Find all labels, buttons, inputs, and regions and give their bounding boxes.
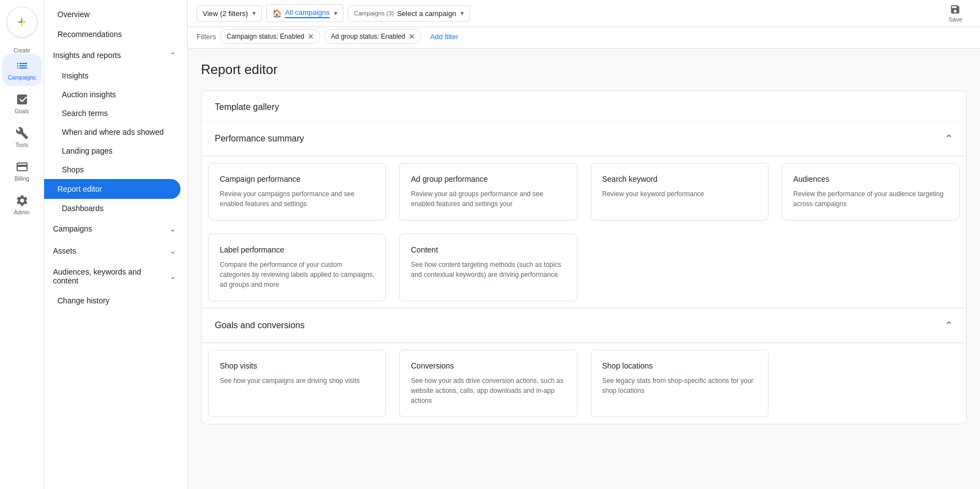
template-title-adgroup-performance: Ad group performance [411, 175, 565, 183]
sidebar-item-overview[interactable]: Overview [44, 4, 181, 24]
template-card-adgroup-performance[interactable]: Ad group performance Review your ad grou… [399, 163, 577, 220]
performance-template-grid: Campaign performance Review your campaig… [202, 156, 966, 227]
plus-icon: + [17, 13, 26, 31]
select-campaign-text: Select a campaign [397, 9, 456, 18]
template-desc-conversions: See how your ads drive conversion action… [411, 376, 565, 406]
sidebar-item-search-terms[interactable]: Search terms [44, 104, 187, 123]
empty-slot-3 [782, 350, 960, 417]
filter-chip-adgroup-status[interactable]: Ad group status: Enabled ✕ [325, 29, 421, 44]
create-button[interactable]: + [7, 7, 38, 38]
admin-icon [15, 194, 29, 207]
nav-item-goals[interactable]: Goals [2, 87, 42, 120]
sidebar-item-insights[interactable]: Insights [44, 66, 187, 85]
template-title-label-performance: Label performance [220, 245, 374, 254]
campaigns-icon [15, 59, 29, 72]
chevron-down-icon: ⌄ [167, 223, 178, 234]
template-card-audiences[interactable]: Audiences Review the performance of your… [782, 163, 960, 220]
chip-close-icon-2[interactable]: ✕ [409, 32, 415, 41]
select-caret-icon: ▾ [460, 9, 464, 17]
template-card-shop-visits[interactable]: Shop visits See how your campaigns are d… [208, 350, 386, 417]
sidebar-section-audiences[interactable]: Audiences, keywords and content ⌄ [44, 262, 187, 291]
goals-template-grid: Shop visits See how your campaigns are d… [202, 343, 966, 424]
caret-down-icon: ▾ [252, 9, 256, 17]
topbar: View (2 filters) ▾ 🏠 All campaigns ▾ Cam… [188, 0, 980, 27]
billing-icon [15, 160, 29, 173]
template-title-shop-visits: Shop visits [220, 361, 374, 370]
sidebar-section-assets[interactable]: Assets ⌄ [44, 240, 187, 262]
template-desc-adgroup-performance: Review your ad groups performance and se… [411, 189, 565, 209]
template-card-label-performance[interactable]: Label performance Compare the performanc… [208, 234, 386, 301]
template-card-content[interactable]: Content See how content targeting method… [399, 234, 577, 301]
goals-conversions-header[interactable]: Goals and conversions ⌃ [202, 308, 966, 343]
home-icon: 🏠 [272, 9, 282, 18]
campaigns-dropdown[interactable]: 🏠 All campaigns ▾ [266, 4, 343, 22]
topbar-wrapper: View (2 filters) ▾ 🏠 All campaigns ▾ Cam… [197, 4, 971, 22]
main-content: View (2 filters) ▾ 🏠 All campaigns ▾ Cam… [188, 0, 980, 489]
save-label: Save [949, 16, 962, 23]
add-filter-button[interactable]: Add filter [426, 30, 463, 43]
sidebar: Overview Recommendations Insights and re… [44, 0, 188, 489]
save-icon [950, 4, 961, 15]
collapse-icon-2: ⌃ [945, 319, 953, 332]
create-label: Create [13, 48, 30, 54]
sidebar-section-campaigns[interactable]: Campaigns ⌄ [44, 218, 187, 240]
sidebar-item-recommendations[interactable]: Recommendations [44, 24, 181, 44]
select-campaign-dropdown[interactable]: Campaigns (3) Select a campaign ▾ [348, 6, 470, 22]
view-filters-label: View (2 filters) [203, 9, 248, 18]
sidebar-item-dashboards[interactable]: Dashboards [44, 199, 187, 218]
icon-navigation: + Create Campaigns Goals Tools Billing A… [0, 0, 44, 489]
performance-summary-header[interactable]: Performance summary ⌃ [202, 122, 966, 156]
view-filters-dropdown[interactable]: View (2 filters) ▾ [197, 6, 262, 22]
chip-close-icon[interactable]: ✕ [308, 32, 314, 41]
template-gallery-card: Template gallery Performance summary ⌃ C… [201, 91, 967, 424]
nav-label-billing: Billing [14, 176, 29, 182]
template-title-content: Content [411, 245, 565, 254]
sidebar-item-landing-pages[interactable]: Landing pages [44, 141, 187, 160]
collapse-icon: ⌃ [945, 133, 953, 145]
chevron-down-icon-assets: ⌄ [167, 245, 178, 256]
nav-item-campaigns[interactable]: Campaigns [2, 54, 42, 86]
content-area: Report editor Template gallery Performan… [188, 49, 980, 489]
chevron-up-icon: ⌃ [167, 50, 178, 61]
nav-label-goals: Goals [14, 108, 29, 114]
all-campaigns-text: All campaigns [285, 8, 330, 18]
sidebar-item-shops[interactable]: Shops [44, 160, 187, 179]
nav-item-admin[interactable]: Admin [2, 188, 42, 221]
filters-label: Filters [197, 33, 216, 41]
campaigns-caret-icon: ▾ [334, 9, 337, 17]
sidebar-section-insights[interactable]: Insights and reports ⌃ [44, 44, 187, 66]
template-title-shop-locations: Shop locations [602, 361, 757, 370]
campaigns-count-text: Campaigns (3) [354, 10, 394, 17]
nav-item-billing[interactable]: Billing [2, 155, 42, 187]
template-title-campaign-performance: Campaign performance [220, 175, 374, 183]
template-desc-audiences: Review the performance of your audience … [793, 189, 948, 209]
nav-label-campaigns: Campaigns [8, 75, 36, 81]
template-desc-content: See how content targeting methods (such … [411, 260, 565, 280]
template-card-search-keyword[interactable]: Search keyword Review your keyword perfo… [591, 163, 769, 220]
template-desc-shop-locations: See legacy stats from shop-specific acti… [602, 376, 757, 396]
goals-icon [15, 93, 29, 106]
nav-label-tools: Tools [15, 142, 28, 148]
template-title-conversions: Conversions [411, 361, 565, 370]
filterbar: Filters Campaign status: Enabled ✕ Ad gr… [188, 27, 980, 49]
template-card-conversions[interactable]: Conversions See how your ads drive conve… [399, 350, 577, 417]
save-button[interactable]: Save [949, 4, 962, 23]
sidebar-item-change-history[interactable]: Change history [44, 291, 181, 311]
sidebar-item-report-editor[interactable]: Report editor [44, 179, 181, 199]
template-card-shop-locations[interactable]: Shop locations See legacy stats from sho… [591, 350, 769, 417]
sidebar-item-auction-insights[interactable]: Auction insights [44, 85, 187, 104]
template-gallery-header: Template gallery [202, 91, 966, 122]
chevron-down-icon-audiences: ⌄ [167, 271, 178, 282]
template-desc-shop-visits: See how your campaigns are driving shop … [220, 376, 374, 386]
template-title-audiences: Audiences [793, 175, 948, 183]
nav-item-tools[interactable]: Tools [2, 121, 42, 154]
performance-template-grid-2: Label performance Compare the performanc… [202, 227, 966, 308]
sidebar-item-when-where[interactable]: When and where ads showed [44, 123, 187, 141]
template-desc-campaign-performance: Review your campaigns performance and se… [220, 189, 374, 209]
template-title-search-keyword: Search keyword [602, 175, 757, 183]
filter-chip-campaign-status[interactable]: Campaign status: Enabled ✕ [220, 29, 320, 44]
page-title: Report editor [201, 62, 967, 77]
tools-icon [15, 127, 29, 140]
template-card-campaign-performance[interactable]: Campaign performance Review your campaig… [208, 163, 386, 220]
template-desc-search-keyword: Review your keyword performance [602, 189, 757, 199]
